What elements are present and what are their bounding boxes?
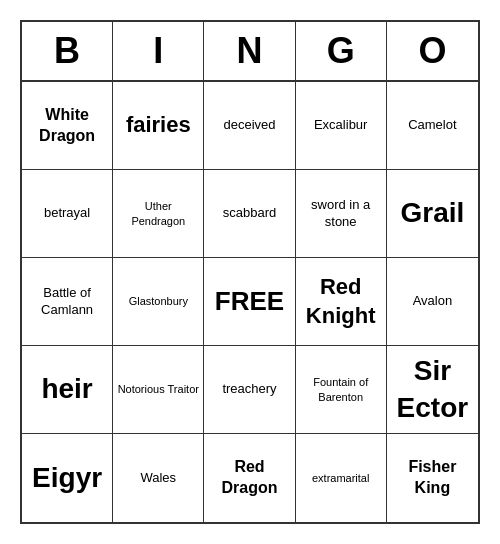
header-g: G [296, 22, 387, 80]
header-i: I [113, 22, 204, 80]
header-b: B [22, 22, 113, 80]
bingo-cell-24[interactable]: Fisher King [387, 434, 478, 522]
bingo-cell-1[interactable]: fairies [113, 82, 204, 170]
bingo-cell-20[interactable]: Eigyr [22, 434, 113, 522]
bingo-cell-18[interactable]: Fountain of Barenton [296, 346, 387, 434]
bingo-cell-6[interactable]: Uther Pendragon [113, 170, 204, 258]
bingo-cell-21[interactable]: Wales [113, 434, 204, 522]
bingo-header: B I N G O [22, 22, 478, 82]
bingo-cell-9[interactable]: Grail [387, 170, 478, 258]
bingo-cell-13[interactable]: Red Knight [296, 258, 387, 346]
bingo-cell-15[interactable]: heir [22, 346, 113, 434]
bingo-grid: White DragonfairiesdeceivedExcaliburCame… [22, 82, 478, 522]
bingo-cell-12[interactable]: FREE [204, 258, 295, 346]
header-n: N [204, 22, 295, 80]
bingo-cell-17[interactable]: treachery [204, 346, 295, 434]
bingo-card: B I N G O White DragonfairiesdeceivedExc… [20, 20, 480, 524]
bingo-cell-23[interactable]: extramarital [296, 434, 387, 522]
bingo-cell-7[interactable]: scabbard [204, 170, 295, 258]
bingo-cell-5[interactable]: betrayal [22, 170, 113, 258]
bingo-cell-3[interactable]: Excalibur [296, 82, 387, 170]
bingo-cell-22[interactable]: Red Dragon [204, 434, 295, 522]
bingo-cell-11[interactable]: Glastonbury [113, 258, 204, 346]
bingo-cell-10[interactable]: Battle of Camlann [22, 258, 113, 346]
bingo-cell-0[interactable]: White Dragon [22, 82, 113, 170]
bingo-cell-16[interactable]: Notorious Traitor [113, 346, 204, 434]
bingo-cell-19[interactable]: Sir Ector [387, 346, 478, 434]
bingo-cell-14[interactable]: Avalon [387, 258, 478, 346]
bingo-cell-4[interactable]: Camelot [387, 82, 478, 170]
header-o: O [387, 22, 478, 80]
bingo-cell-2[interactable]: deceived [204, 82, 295, 170]
bingo-cell-8[interactable]: sword in a stone [296, 170, 387, 258]
